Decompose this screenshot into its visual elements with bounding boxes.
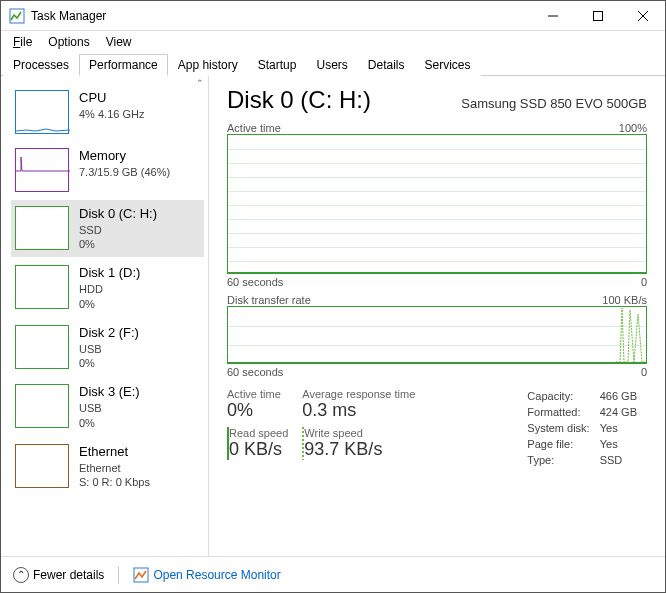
svg-rect-2 bbox=[593, 11, 602, 20]
svg-rect-0 bbox=[10, 9, 24, 23]
active-time-label: Active time bbox=[227, 388, 288, 400]
tab-startup[interactable]: Startup bbox=[248, 54, 307, 76]
window-title: Task Manager bbox=[31, 9, 530, 23]
open-resource-monitor-link[interactable]: Open Resource Monitor bbox=[133, 567, 280, 583]
memory-thumbnail bbox=[15, 148, 69, 192]
chart2-max: 100 KB/s bbox=[602, 294, 647, 306]
tab-processes[interactable]: Processes bbox=[3, 54, 79, 76]
disk-thumbnail bbox=[15, 206, 69, 250]
sidebar-item-disk1[interactable]: Disk 1 (D:)HDD0% bbox=[11, 259, 204, 316]
chart2-label: Disk transfer rate bbox=[227, 294, 311, 306]
maximize-button[interactable] bbox=[575, 1, 620, 30]
app-icon bbox=[9, 8, 25, 24]
footer: ⌃ Fewer details Open Resource Monitor bbox=[1, 556, 665, 592]
response-time-value: 0.3 ms bbox=[302, 400, 415, 421]
tab-details[interactable]: Details bbox=[358, 54, 415, 76]
disk-thumbnail bbox=[15, 325, 69, 369]
tab-strip: Processes Performance App history Startu… bbox=[1, 53, 665, 76]
sidebar-item-label: Disk 3 (E:) bbox=[79, 384, 140, 401]
disk-thumbnail bbox=[15, 265, 69, 309]
sidebar-item-ethernet[interactable]: EthernetEthernetS: 0 R: 0 Kbps bbox=[11, 438, 204, 495]
fewer-details-button[interactable]: ⌃ Fewer details bbox=[13, 567, 104, 583]
sidebar: ⌃ CPU4% 4.16 GHz Memory7.3/15.9 GB (46%)… bbox=[1, 76, 209, 556]
menubar: File Options View bbox=[1, 31, 665, 53]
tab-app-history[interactable]: App history bbox=[168, 54, 248, 76]
tab-users[interactable]: Users bbox=[306, 54, 357, 76]
sidebar-item-cpu[interactable]: CPU4% 4.16 GHz bbox=[11, 84, 204, 140]
sidebar-item-memory[interactable]: Memory7.3/15.9 GB (46%) bbox=[11, 142, 204, 198]
stats-row: Active time 0% Read speed 0 KB/s Average… bbox=[227, 388, 647, 470]
tab-performance[interactable]: Performance bbox=[79, 54, 168, 76]
sidebar-item-label: Disk 0 (C: H:) bbox=[79, 206, 157, 223]
sidebar-item-label: Memory bbox=[79, 148, 170, 165]
disk-thumbnail bbox=[15, 384, 69, 428]
detail-subtitle: Samsung SSD 850 EVO 500GB bbox=[461, 96, 647, 111]
sidebar-item-label: CPU bbox=[79, 90, 144, 107]
response-time-label: Average response time bbox=[302, 388, 415, 400]
active-time-value: 0% bbox=[227, 400, 288, 421]
read-speed-value: 0 KB/s bbox=[229, 439, 288, 460]
sidebar-item-disk3[interactable]: Disk 3 (E:)USB0% bbox=[11, 378, 204, 435]
menu-view[interactable]: View bbox=[98, 33, 140, 51]
transfer-rate-chart bbox=[227, 306, 647, 364]
chart1-max: 100% bbox=[619, 122, 647, 134]
menu-file[interactable]: File bbox=[5, 33, 40, 51]
menu-options[interactable]: Options bbox=[40, 33, 97, 51]
tab-services[interactable]: Services bbox=[415, 54, 481, 76]
minimize-button[interactable] bbox=[530, 1, 575, 30]
sidebar-item-label: Disk 2 (F:) bbox=[79, 325, 139, 342]
content: ⌃ CPU4% 4.16 GHz Memory7.3/15.9 GB (46%)… bbox=[1, 76, 665, 556]
sidebar-item-label: Ethernet bbox=[79, 444, 150, 461]
write-speed-value: 93.7 KB/s bbox=[304, 439, 382, 460]
read-speed-label: Read speed bbox=[229, 427, 288, 439]
cpu-thumbnail bbox=[15, 90, 69, 134]
titlebar: Task Manager bbox=[1, 1, 665, 31]
sidebar-item-disk2[interactable]: Disk 2 (F:)USB0% bbox=[11, 319, 204, 376]
chart2-xlabel: 60 seconds bbox=[227, 366, 283, 378]
sidebar-item-label: Disk 1 (D:) bbox=[79, 265, 140, 282]
chart1-label: Active time bbox=[227, 122, 281, 134]
ethernet-thumbnail bbox=[15, 444, 69, 488]
divider bbox=[118, 566, 119, 584]
scroll-up-icon[interactable]: ⌃ bbox=[196, 78, 204, 88]
write-speed-label: Write speed bbox=[304, 427, 382, 439]
active-time-chart bbox=[227, 134, 647, 274]
detail-pane: Disk 0 (C: H:) Samsung SSD 850 EVO 500GB… bbox=[209, 76, 665, 556]
chart1-xlabel: 60 seconds bbox=[227, 276, 283, 288]
disk-info-table: Capacity:466 GB Formatted:424 GB System … bbox=[525, 388, 647, 470]
detail-title: Disk 0 (C: H:) bbox=[227, 86, 371, 114]
chevron-up-icon: ⌃ bbox=[13, 567, 29, 583]
resource-monitor-icon bbox=[133, 567, 149, 583]
close-button[interactable] bbox=[620, 1, 665, 30]
sidebar-item-disk0[interactable]: Disk 0 (C: H:)SSD0% bbox=[11, 200, 204, 257]
